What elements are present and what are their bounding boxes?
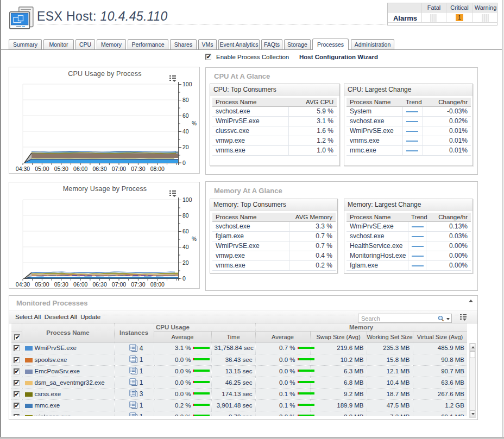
svg-text:07:30: 07:30 bbox=[131, 166, 145, 172]
svg-text:05:30: 05:30 bbox=[54, 166, 68, 172]
svg-text:04:30: 04:30 bbox=[16, 166, 30, 172]
svg-text:40: 40 bbox=[182, 128, 189, 135]
svg-text:80: 80 bbox=[182, 97, 189, 103]
svg-text:Memory Usage by Process: Memory Usage by Process bbox=[63, 185, 147, 193]
svg-text:CPU Usage by Process: CPU Usage by Process bbox=[68, 70, 141, 78]
svg-text:0: 0 bbox=[182, 160, 186, 166]
svg-text:20: 20 bbox=[182, 144, 189, 150]
svg-text:07:00: 07:00 bbox=[112, 166, 126, 172]
svg-text:05:00: 05:00 bbox=[35, 166, 49, 172]
svg-text:40: 40 bbox=[182, 244, 189, 250]
svg-text:80: 80 bbox=[182, 212, 189, 219]
svg-text:60: 60 bbox=[182, 112, 189, 119]
svg-text:05:00: 05:00 bbox=[35, 281, 49, 288]
svg-text:100: 100 bbox=[182, 81, 192, 87]
svg-text:0: 0 bbox=[182, 275, 186, 282]
svg-text:07:30: 07:30 bbox=[131, 281, 145, 288]
svg-text:%: % bbox=[192, 120, 197, 126]
svg-text:100: 100 bbox=[182, 196, 192, 203]
svg-text:%: % bbox=[192, 236, 197, 242]
svg-text:06:30: 06:30 bbox=[92, 281, 106, 288]
svg-text:07:00: 07:00 bbox=[112, 281, 126, 288]
svg-text:20: 20 bbox=[182, 259, 189, 266]
svg-text:08:00: 08:00 bbox=[150, 166, 165, 172]
svg-text:06:30: 06:30 bbox=[92, 166, 106, 172]
svg-text:08:00: 08:00 bbox=[150, 281, 165, 288]
svg-text:06:00: 06:00 bbox=[73, 166, 87, 172]
svg-text:04:30: 04:30 bbox=[16, 281, 30, 288]
svg-text:05:30: 05:30 bbox=[54, 281, 68, 288]
svg-text:06:00: 06:00 bbox=[73, 281, 87, 288]
svg-text:60: 60 bbox=[182, 228, 189, 234]
